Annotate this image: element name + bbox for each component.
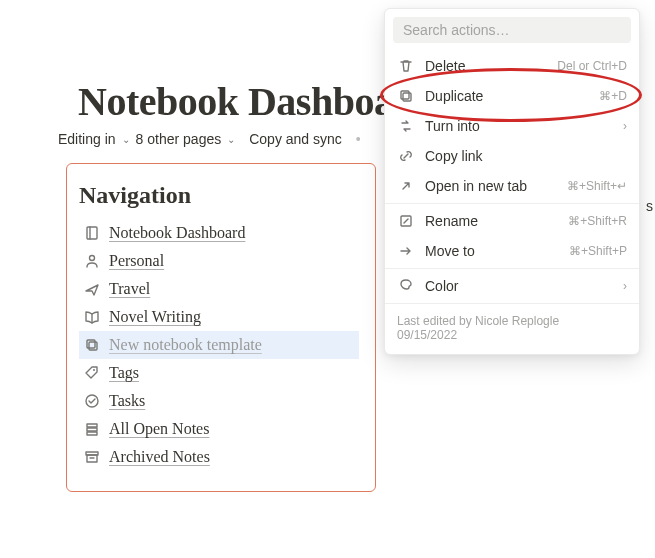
menu-item-rename[interactable]: Rename⌘+Shift+R: [385, 206, 639, 236]
navigation-heading: Navigation: [79, 182, 359, 219]
svg-rect-14: [403, 93, 411, 101]
copy-sync-label: Copy and sync: [249, 131, 342, 147]
menu-item-label: Color: [425, 278, 613, 294]
editing-in-label: Editing in: [58, 131, 116, 147]
menu-item-delete[interactable]: DeleteDel or Ctrl+D: [385, 51, 639, 81]
nav-item-novel-writing[interactable]: Novel Writing: [79, 303, 359, 331]
toolbar-overflow-icon[interactable]: •: [356, 131, 361, 147]
menu-search-input[interactable]: [393, 17, 631, 43]
nav-item-label: All Open Notes: [109, 420, 209, 438]
menu-item-color[interactable]: Color›: [385, 271, 639, 301]
chevron-right-icon: ›: [623, 119, 627, 133]
duplicate-icon: [83, 336, 101, 354]
nav-item-all-open-notes[interactable]: All Open Notes: [79, 415, 359, 443]
sync-down-icon: ⌄: [122, 134, 130, 145]
link-icon: [397, 147, 415, 165]
nav-item-tasks[interactable]: Tasks: [79, 387, 359, 415]
svg-rect-5: [87, 340, 95, 348]
menu-item-move-to[interactable]: Move to⌘+Shift+P: [385, 236, 639, 266]
menu-item-copy-link[interactable]: Copy link: [385, 141, 639, 171]
turninto-icon: [397, 117, 415, 135]
nav-item-label: Tasks: [109, 392, 145, 410]
menu-item-label: Move to: [425, 243, 559, 259]
nav-item-label: Travel: [109, 280, 150, 298]
stack-icon: [83, 420, 101, 438]
chevron-right-icon: ›: [623, 279, 627, 293]
plane-icon: [83, 280, 101, 298]
shortcut-label: ⌘+Shift+R: [568, 214, 627, 228]
tag-icon: [83, 364, 101, 382]
last-edited-date: 09/15/2022: [397, 328, 627, 342]
nav-item-label: Archived Notes: [109, 448, 210, 466]
nav-item-tags[interactable]: Tags: [79, 359, 359, 387]
menu-separator: [385, 203, 639, 204]
nav-item-label: Tags: [109, 364, 139, 382]
trash-icon: [397, 57, 415, 75]
context-menu: DeleteDel or Ctrl+DDuplicate⌘+DTurn into…: [384, 8, 640, 355]
shortcut-label: Del or Ctrl+D: [557, 59, 627, 73]
menu-item-duplicate[interactable]: Duplicate⌘+D: [385, 81, 639, 111]
navigation-card: Navigation Notebook DashboardPersonalTra…: [66, 163, 376, 492]
copy-sync-segment[interactable]: Copy and sync: [249, 131, 342, 147]
nav-item-personal[interactable]: Personal: [79, 247, 359, 275]
svg-point-6: [93, 369, 95, 371]
menu-footer: Last edited by Nicole Replogle 09/15/202…: [385, 306, 639, 354]
svg-rect-9: [87, 428, 97, 431]
duplicate-icon: [397, 87, 415, 105]
pages-label: 8 other pages: [136, 131, 222, 147]
editing-in-segment[interactable]: Editing in ⌄ 8 other pages ⌄: [58, 131, 235, 147]
nav-item-label: Novel Writing: [109, 308, 201, 326]
nav-item-label: Personal: [109, 252, 164, 270]
rename-icon: [397, 212, 415, 230]
menu-item-label: Turn into: [425, 118, 613, 134]
shortcut-label: ⌘+Shift+↵: [567, 179, 627, 193]
nav-item-label: Notebook Dashboard: [109, 224, 245, 242]
menu-separator: [385, 268, 639, 269]
menu-item-label: Duplicate: [425, 88, 589, 104]
menu-item-turn-into[interactable]: Turn into›: [385, 111, 639, 141]
notebook-icon: [83, 224, 101, 242]
menu-item-open-in-new-tab[interactable]: Open in new tab⌘+Shift+↵: [385, 171, 639, 201]
menu-item-label: Rename: [425, 213, 558, 229]
last-edited-by: Last edited by Nicole Replogle: [397, 314, 627, 328]
menu-item-label: Copy link: [425, 148, 627, 164]
svg-rect-4: [89, 342, 97, 350]
svg-rect-8: [87, 424, 97, 427]
nav-item-new-notebook-template[interactable]: New notebook template: [79, 331, 359, 359]
nav-item-travel[interactable]: Travel: [79, 275, 359, 303]
shortcut-label: ⌘+D: [599, 89, 627, 103]
chevron-down-icon: ⌄: [227, 134, 235, 145]
svg-rect-15: [401, 91, 409, 99]
nav-item-notebook-dashboard[interactable]: Notebook Dashboard: [79, 219, 359, 247]
shortcut-label: ⌘+Shift+P: [569, 244, 627, 258]
menu-item-label: Open in new tab: [425, 178, 557, 194]
nav-item-label: New notebook template: [109, 336, 262, 354]
menu-item-label: Delete: [425, 58, 547, 74]
nav-item-archived-notes[interactable]: Archived Notes: [79, 443, 359, 471]
stray-letter: s: [646, 198, 653, 214]
menu-separator: [385, 303, 639, 304]
svg-rect-0: [87, 227, 97, 239]
checkcircle-icon: [83, 392, 101, 410]
svg-point-7: [86, 395, 98, 407]
moveto-icon: [397, 242, 415, 260]
color-icon: [397, 277, 415, 295]
book-icon: [83, 308, 101, 326]
archive-icon: [83, 448, 101, 466]
svg-rect-10: [87, 432, 97, 435]
newtab-icon: [397, 177, 415, 195]
user-icon: [83, 252, 101, 270]
svg-point-2: [90, 256, 95, 261]
